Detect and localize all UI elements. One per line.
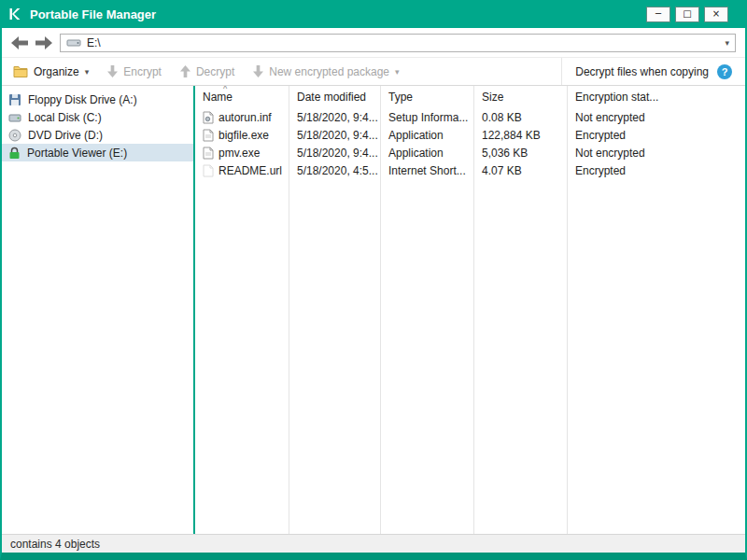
sidebar-item-floppy-drive-a[interactable]: Floppy Disk Drive (A:) — [2, 91, 193, 108]
column-date-modified: Date modified 5/18/2020, 9:4... 5/18/202… — [289, 86, 380, 534]
back-arrow-icon — [11, 36, 28, 49]
sidebar-item-label: Portable Viewer (E:) — [27, 147, 127, 160]
toolbar-left-group: Organize ▾ Encrypt Decrypt New encrypte — [2, 58, 561, 85]
column-header-label: Size — [482, 91, 503, 104]
file-name-cell[interactable]: pmv.exe — [195, 144, 289, 161]
file-date: 5/18/2020, 9:4... — [297, 111, 378, 124]
encrypt-button[interactable]: Encrypt — [107, 65, 162, 78]
decrypt-label: Decrypt — [196, 65, 234, 78]
sidebar-item-dvd-drive-d[interactable]: DVD Drive (D:) — [2, 126, 193, 144]
file-encryption-status: Encrypted — [575, 164, 626, 177]
file-date: 5/18/2020, 9:4... — [297, 147, 378, 160]
file-name-cell[interactable]: bigfile.exe — [195, 126, 289, 144]
portable-file-manager-window: Portable File Manager ─ □ × E:\ ▾ — [0, 0, 747, 560]
title-bar: Portable File Manager ─ □ × — [2, 0, 745, 28]
file-encryption-cell[interactable]: Not encrypted — [568, 144, 745, 161]
close-button[interactable]: × — [704, 7, 728, 22]
new-encrypted-package-button[interactable]: New encrypted package ▾ — [253, 65, 399, 78]
file-list: ^ Name autorun.inf bigfile.exe — [195, 86, 745, 534]
forward-button[interactable] — [35, 36, 52, 49]
sidebar-item-local-disk-c[interactable]: Local Disk (C:) — [2, 108, 193, 126]
file-type: Application — [388, 147, 444, 160]
column-header-label: Name — [203, 91, 233, 104]
file-size-cell[interactable]: 122,884 KB — [474, 126, 567, 144]
navigation-bar: E:\ ▾ — [2, 28, 745, 58]
file-encryption-cell[interactable]: Encrypted — [568, 126, 745, 144]
file-encryption-status: Encrypted — [575, 129, 626, 142]
file-type-cell[interactable]: Application — [381, 144, 473, 161]
hard-disk-icon — [8, 111, 21, 124]
help-icon[interactable]: ? — [717, 64, 732, 79]
encrypt-label: Encrypt — [123, 65, 162, 78]
column-header-size[interactable]: Size — [474, 86, 567, 108]
column-header-name[interactable]: ^ Name — [195, 86, 289, 108]
package-chevron-down-icon: ▾ — [395, 67, 400, 77]
file-date-cell[interactable]: 5/18/2020, 9:4... — [289, 144, 380, 161]
back-button[interactable] — [11, 36, 28, 49]
drive-icon — [66, 37, 81, 49]
column-header-type[interactable]: Type — [381, 86, 473, 108]
status-text: contains 4 objects — [10, 538, 100, 551]
file-size: 4.07 KB — [482, 164, 522, 177]
application-file-icon — [203, 147, 214, 160]
file-name: pmv.exe — [218, 147, 260, 160]
sidebar-item-label: Local Disk (C:) — [28, 111, 102, 124]
file-date-cell[interactable]: 5/18/2020, 4:5... — [289, 161, 380, 179]
sidebar-item-portable-viewer-e[interactable]: Portable Viewer (E:) — [2, 144, 193, 161]
forward-arrow-icon — [35, 36, 52, 49]
decrypt-when-copying-label[interactable]: Decrypt files when copying — [575, 65, 709, 78]
column-name: ^ Name autorun.inf bigfile.exe — [195, 86, 289, 534]
file-name: README.url — [218, 164, 282, 177]
drive-tree-sidebar: Floppy Disk Drive (A:) Local Disk (C:) D… — [2, 86, 193, 534]
maximize-button[interactable]: □ — [675, 7, 699, 22]
decrypt-button[interactable]: Decrypt — [180, 65, 234, 78]
column-header-encryption-status[interactable]: Encryption stat... — [568, 86, 745, 108]
file-type-cell[interactable]: Setup Informa... — [381, 108, 473, 126]
new-encrypted-package-label: New encrypted package — [269, 65, 389, 78]
sidebar-item-label: Floppy Disk Drive (A:) — [28, 93, 137, 106]
toolbar-right-group: Decrypt files when copying ? — [561, 58, 745, 85]
file-type-cell[interactable]: Internet Short... — [381, 161, 473, 179]
file-size: 5,036 KB — [482, 147, 528, 160]
address-bar[interactable]: E:\ ▾ — [60, 34, 736, 52]
file-type: Application — [388, 129, 444, 142]
file-size-cell[interactable]: 0.08 KB — [474, 108, 567, 126]
sidebar-item-label: DVD Drive (D:) — [28, 129, 103, 142]
dvd-disc-icon — [8, 129, 21, 142]
file-name: autorun.inf — [218, 111, 272, 124]
file-date-cell[interactable]: 5/18/2020, 9:4... — [289, 108, 380, 126]
encrypt-arrow-down-icon — [107, 65, 118, 77]
organize-button[interactable]: Organize ▾ — [13, 65, 89, 78]
column-header-date-modified[interactable]: Date modified — [289, 86, 380, 108]
column-header-label: Type — [388, 91, 413, 104]
file-date-cell[interactable]: 5/18/2020, 9:4... — [289, 126, 380, 144]
sort-ascending-icon: ^ — [223, 86, 227, 93]
folder-icon — [13, 65, 28, 77]
package-arrow-down-icon — [253, 65, 263, 77]
status-bar: contains 4 objects — [2, 534, 745, 553]
address-text: E:\ — [87, 36, 101, 49]
organize-chevron-down-icon: ▾ — [85, 67, 90, 77]
file-date: 5/18/2020, 4:5... — [297, 164, 378, 177]
file-date: 5/18/2020, 9:4... — [297, 129, 378, 142]
column-size: Size 0.08 KB 122,884 KB 5,036 KB 4.07 KB — [473, 86, 567, 534]
file-size-cell[interactable]: 4.07 KB — [474, 161, 567, 179]
file-name-cell[interactable]: README.url — [195, 161, 289, 179]
file-size: 122,884 KB — [482, 129, 541, 142]
file-encryption-cell[interactable]: Encrypted — [568, 161, 745, 179]
file-encryption-status: Not encrypted — [575, 111, 645, 124]
minimize-button[interactable]: ─ — [646, 7, 670, 22]
column-header-label: Date modified — [297, 91, 366, 104]
file-encryption-cell[interactable]: Not encrypted — [568, 108, 745, 126]
floppy-disk-icon — [8, 93, 21, 106]
content-area: Floppy Disk Drive (A:) Local Disk (C:) D… — [2, 86, 745, 534]
application-file-icon — [203, 129, 214, 142]
file-name-cell[interactable]: autorun.inf — [195, 108, 289, 126]
url-file-icon — [203, 164, 214, 177]
file-type-cell[interactable]: Application — [381, 126, 473, 144]
lock-icon — [8, 147, 21, 160]
file-name: bigfile.exe — [218, 129, 269, 142]
file-size-cell[interactable]: 5,036 KB — [474, 144, 567, 161]
window-controls: ─ □ × — [646, 7, 740, 22]
address-chevron-down-icon[interactable]: ▾ — [725, 38, 729, 48]
